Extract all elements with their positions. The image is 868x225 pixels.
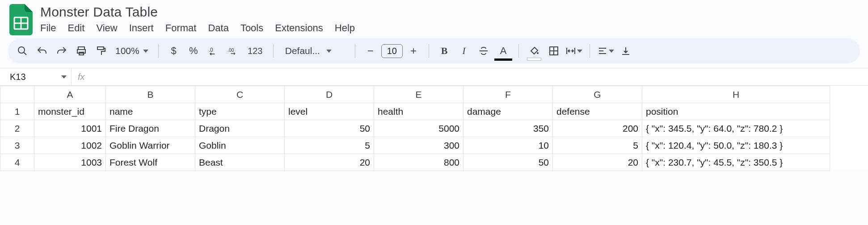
decrease-font-size-button[interactable]: − — [362, 43, 379, 59]
cell[interactable]: 1001 — [34, 120, 106, 137]
font-size-input[interactable]: 10 — [381, 44, 403, 58]
col-header-G[interactable]: G — [553, 86, 642, 103]
vertical-align-button[interactable] — [618, 43, 634, 59]
currency-button[interactable]: $ — [166, 43, 182, 59]
menu-help[interactable]: Help — [335, 22, 355, 34]
cell[interactable]: Forest Wolf — [106, 154, 195, 171]
cell[interactable]: 5 — [553, 137, 642, 154]
table-row: 3 1002 Goblin Warrior Goblin 5 300 10 5 … — [0, 137, 830, 154]
app-header: Monster Data Table File Edit View Insert… — [0, 0, 868, 38]
decrease-decimal-button[interactable]: .0 — [205, 43, 221, 59]
cell[interactable]: Beast — [195, 154, 285, 171]
menu-tools[interactable]: Tools — [240, 22, 263, 34]
cell[interactable]: monster_id — [34, 103, 106, 120]
cell[interactable]: Goblin Warrior — [106, 137, 195, 154]
number-format-button[interactable]: 123 — [244, 43, 266, 59]
text-color-button[interactable]: A — [495, 43, 511, 59]
svg-line-4 — [24, 52, 26, 55]
spreadsheet-grid[interactable]: A B C D E F G H 1 monster_id name type l… — [0, 86, 868, 171]
borders-button[interactable] — [546, 43, 562, 59]
chevron-down-icon — [577, 50, 582, 53]
cell[interactable]: 1002 — [34, 137, 106, 154]
chevron-down-icon — [609, 50, 614, 53]
cell[interactable]: level — [285, 103, 374, 120]
menu-edit[interactable]: Edit — [67, 22, 84, 34]
cell[interactable]: 10 — [463, 137, 553, 154]
font-select[interactable]: Defaul... — [281, 46, 348, 56]
cell[interactable]: 20 — [553, 154, 642, 171]
app-logo[interactable] — [8, 4, 34, 36]
col-header-B[interactable]: B — [106, 86, 195, 103]
decrease-decimal-icon: .0 — [208, 46, 219, 56]
menu-file[interactable]: File — [40, 22, 56, 34]
table-row: 2 1001 Fire Dragon Dragon 50 5000 350 20… — [0, 120, 830, 137]
cell[interactable]: Goblin — [195, 137, 285, 154]
increase-font-size-button[interactable]: + — [405, 43, 421, 59]
paint-format-button[interactable] — [93, 43, 109, 59]
zoom-select[interactable]: 100% — [113, 46, 151, 56]
svg-point-12 — [537, 52, 539, 54]
cell[interactable]: { "x": 120.4, "y": 50.0, "z": 180.3 } — [642, 137, 830, 154]
col-header-A[interactable]: A — [34, 86, 106, 103]
col-header-D[interactable]: D — [285, 86, 374, 103]
cell[interactable]: 200 — [553, 120, 642, 137]
cell[interactable]: 5 — [285, 137, 374, 154]
undo-icon — [37, 46, 47, 56]
strikethrough-button[interactable] — [476, 43, 492, 59]
col-header-H[interactable]: H — [642, 86, 830, 103]
cell[interactable]: name — [106, 103, 195, 120]
col-header-F[interactable]: F — [463, 86, 553, 103]
menu-format[interactable]: Format — [165, 22, 197, 34]
cell[interactable]: { "x": 230.7, "y": 45.5, "z": 350.5 } — [642, 154, 830, 171]
cell[interactable]: 5000 — [374, 120, 463, 137]
cell[interactable]: 800 — [374, 154, 463, 171]
svg-rect-8 — [97, 47, 104, 50]
svg-text:.00: .00 — [228, 47, 234, 53]
menu-data[interactable]: Data — [208, 22, 228, 34]
row-header[interactable]: 2 — [0, 120, 34, 137]
horizontal-align-button[interactable] — [597, 43, 614, 59]
select-all-corner[interactable] — [0, 86, 34, 103]
row-header[interactable]: 3 — [0, 137, 34, 154]
redo-button[interactable] — [54, 43, 70, 59]
name-box[interactable]: K13 — [0, 68, 72, 85]
search-button[interactable] — [14, 43, 30, 59]
bold-button[interactable]: B — [436, 43, 452, 59]
increase-decimal-button[interactable]: .00 — [225, 43, 241, 59]
row-header[interactable]: 1 — [0, 103, 34, 120]
formula-input[interactable] — [89, 71, 805, 83]
cell[interactable]: position — [642, 103, 830, 120]
cell[interactable]: 350 — [463, 120, 553, 137]
cell[interactable]: 300 — [374, 137, 463, 154]
cell[interactable]: 20 — [285, 154, 374, 171]
fill-color-button[interactable] — [526, 43, 542, 59]
cell[interactable]: Fire Dragon — [106, 120, 195, 137]
cell[interactable]: 50 — [285, 120, 374, 137]
cell[interactable]: { "x": 345.5, "y": 64.0, "z": 780.2 } — [642, 120, 830, 137]
row-header[interactable]: 4 — [0, 154, 34, 171]
cell[interactable]: Dragon — [195, 120, 285, 137]
svg-text:.0: .0 — [208, 47, 213, 53]
menu-view[interactable]: View — [96, 22, 117, 34]
cell[interactable]: damage — [463, 103, 553, 120]
cell[interactable]: health — [374, 103, 463, 120]
print-button[interactable] — [73, 43, 89, 59]
percent-button[interactable]: % — [185, 43, 202, 59]
document-title[interactable]: Monster Data Table — [40, 4, 355, 20]
increase-decimal-icon: .00 — [228, 46, 238, 56]
undo-button[interactable] — [34, 43, 50, 59]
sheets-icon — [9, 4, 33, 35]
col-header-E[interactable]: E — [374, 86, 463, 103]
cell[interactable]: 50 — [463, 154, 553, 171]
italic-button[interactable]: I — [456, 43, 472, 59]
menu-insert[interactable]: Insert — [129, 22, 154, 34]
menu-extensions[interactable]: Extensions — [275, 22, 323, 34]
col-header-C[interactable]: C — [195, 86, 285, 103]
table-row: 4 1003 Forest Wolf Beast 20 800 50 20 { … — [0, 154, 830, 171]
cell[interactable]: defense — [553, 103, 642, 120]
cell[interactable]: 1003 — [34, 154, 106, 171]
divider — [429, 44, 429, 58]
chevron-down-icon — [61, 75, 67, 79]
merge-cells-button[interactable] — [565, 43, 582, 59]
cell[interactable]: type — [195, 103, 285, 120]
